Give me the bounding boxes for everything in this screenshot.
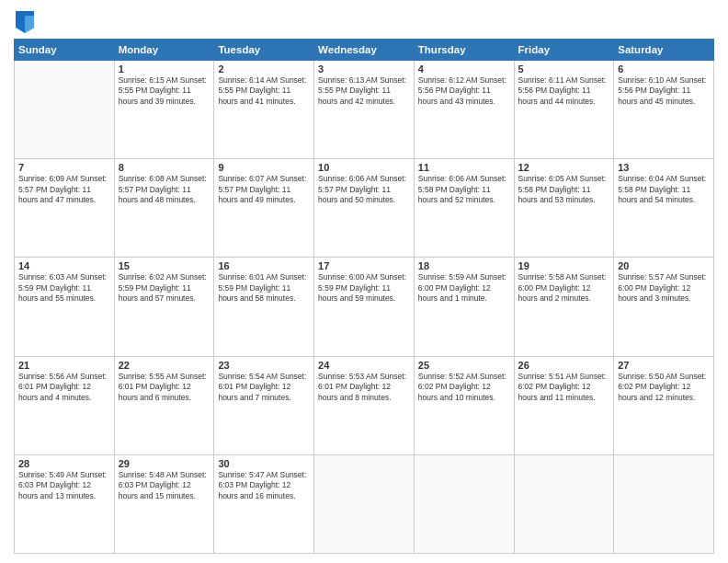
day-info: Sunrise: 5:58 AM Sunset: 6:00 PM Dayligh…: [518, 272, 610, 304]
calendar-cell: 1Sunrise: 6:15 AM Sunset: 5:55 PM Daylig…: [114, 61, 214, 159]
calendar-cell: 24Sunrise: 5:53 AM Sunset: 6:01 PM Dayli…: [314, 356, 415, 454]
day-info: Sunrise: 5:56 AM Sunset: 6:01 PM Dayligh…: [18, 372, 110, 403]
day-number: 29: [119, 458, 210, 469]
calendar-cell: 25Sunrise: 5:52 AM Sunset: 6:02 PM Dayli…: [414, 356, 514, 454]
header: [14, 9, 714, 33]
calendar-day-header: Saturday: [614, 40, 714, 61]
calendar-cell: 7Sunrise: 6:09 AM Sunset: 5:57 PM Daylig…: [15, 159, 115, 258]
day-number: 16: [218, 260, 310, 271]
day-number: 3: [318, 63, 410, 75]
calendar-cell: 13Sunrise: 6:04 AM Sunset: 5:58 PM Dayli…: [614, 159, 714, 258]
day-number: 15: [119, 260, 210, 271]
calendar-week-row: 28Sunrise: 5:49 AM Sunset: 6:03 PM Dayli…: [15, 454, 714, 553]
day-info: Sunrise: 5:47 AM Sunset: 6:03 PM Dayligh…: [218, 470, 310, 501]
day-info: Sunrise: 5:49 AM Sunset: 6:03 PM Dayligh…: [18, 470, 110, 501]
calendar-week-row: 7Sunrise: 6:09 AM Sunset: 5:57 PM Daylig…: [15, 159, 714, 258]
calendar-cell: 20Sunrise: 5:57 AM Sunset: 6:00 PM Dayli…: [614, 258, 714, 356]
calendar-day-header: Sunday: [15, 40, 115, 61]
calendar-cell: 12Sunrise: 6:05 AM Sunset: 5:58 PM Dayli…: [514, 159, 614, 258]
calendar-cell: [15, 61, 115, 159]
logo: [14, 13, 34, 33]
page: SundayMondayTuesdayWednesdayThursdayFrid…: [0, 0, 728, 563]
day-info: Sunrise: 6:00 AM Sunset: 5:59 PM Dayligh…: [318, 272, 410, 304]
day-number: 8: [119, 162, 210, 173]
day-number: 7: [18, 162, 110, 173]
day-info: Sunrise: 6:11 AM Sunset: 5:56 PM Dayligh…: [518, 75, 610, 107]
day-number: 18: [418, 260, 510, 271]
calendar-cell: 5Sunrise: 6:11 AM Sunset: 5:56 PM Daylig…: [514, 61, 614, 159]
day-number: 1: [119, 63, 210, 75]
day-number: 9: [218, 162, 310, 173]
day-number: 25: [418, 360, 510, 371]
calendar-cell: 17Sunrise: 6:00 AM Sunset: 5:59 PM Dayli…: [314, 258, 415, 356]
calendar-cell: 27Sunrise: 5:50 AM Sunset: 6:02 PM Dayli…: [614, 356, 714, 454]
calendar-cell: 18Sunrise: 5:59 AM Sunset: 6:00 PM Dayli…: [414, 258, 514, 356]
day-number: 27: [618, 360, 710, 371]
day-number: 2: [218, 63, 310, 75]
day-info: Sunrise: 6:06 AM Sunset: 5:57 PM Dayligh…: [318, 174, 410, 205]
calendar-cell: 22Sunrise: 5:55 AM Sunset: 6:01 PM Dayli…: [114, 356, 214, 454]
day-number: 5: [518, 63, 610, 75]
calendar-cell: 11Sunrise: 6:06 AM Sunset: 5:58 PM Dayli…: [414, 159, 514, 258]
day-number: 23: [218, 360, 310, 371]
calendar-cell: [314, 454, 415, 553]
calendar-cell: 16Sunrise: 6:01 AM Sunset: 5:59 PM Dayli…: [214, 258, 314, 356]
day-info: Sunrise: 5:48 AM Sunset: 6:03 PM Dayligh…: [119, 470, 210, 501]
calendar-week-row: 21Sunrise: 5:56 AM Sunset: 6:01 PM Dayli…: [15, 356, 714, 454]
svg-marker-1: [25, 16, 34, 33]
day-number: 21: [18, 360, 110, 371]
calendar-day-header: Wednesday: [314, 40, 415, 61]
day-info: Sunrise: 5:55 AM Sunset: 6:01 PM Dayligh…: [119, 372, 210, 403]
calendar-cell: 26Sunrise: 5:51 AM Sunset: 6:02 PM Dayli…: [514, 356, 614, 454]
calendar-cell: 10Sunrise: 6:06 AM Sunset: 5:57 PM Dayli…: [314, 159, 415, 258]
day-info: Sunrise: 5:59 AM Sunset: 6:00 PM Dayligh…: [418, 272, 510, 304]
day-info: Sunrise: 5:51 AM Sunset: 6:02 PM Dayligh…: [518, 372, 610, 403]
day-number: 22: [119, 360, 210, 371]
day-number: 19: [518, 260, 610, 271]
day-info: Sunrise: 5:57 AM Sunset: 6:00 PM Dayligh…: [618, 272, 710, 304]
calendar-cell: [414, 454, 514, 553]
day-info: Sunrise: 5:53 AM Sunset: 6:01 PM Dayligh…: [318, 372, 410, 403]
calendar-cell: 3Sunrise: 6:13 AM Sunset: 5:55 PM Daylig…: [314, 61, 415, 159]
day-info: Sunrise: 6:06 AM Sunset: 5:58 PM Dayligh…: [418, 174, 510, 205]
day-number: 26: [518, 360, 610, 371]
day-info: Sunrise: 5:54 AM Sunset: 6:01 PM Dayligh…: [218, 372, 310, 403]
day-number: 11: [418, 162, 510, 173]
calendar-cell: 29Sunrise: 5:48 AM Sunset: 6:03 PM Dayli…: [114, 454, 214, 553]
day-info: Sunrise: 6:08 AM Sunset: 5:57 PM Dayligh…: [119, 174, 210, 205]
day-info: Sunrise: 6:12 AM Sunset: 5:56 PM Dayligh…: [418, 75, 510, 107]
day-info: Sunrise: 6:03 AM Sunset: 5:59 PM Dayligh…: [18, 272, 110, 304]
day-number: 12: [518, 162, 610, 173]
logo-icon: [16, 11, 34, 33]
day-info: Sunrise: 6:01 AM Sunset: 5:59 PM Dayligh…: [218, 272, 310, 304]
calendar-cell: [514, 454, 614, 553]
day-info: Sunrise: 6:02 AM Sunset: 5:59 PM Dayligh…: [119, 272, 210, 304]
calendar-cell: 9Sunrise: 6:07 AM Sunset: 5:57 PM Daylig…: [214, 159, 314, 258]
day-info: Sunrise: 6:15 AM Sunset: 5:55 PM Dayligh…: [119, 75, 210, 107]
calendar-cell: 4Sunrise: 6:12 AM Sunset: 5:56 PM Daylig…: [414, 61, 514, 159]
day-number: 30: [218, 458, 310, 469]
calendar-cell: 21Sunrise: 5:56 AM Sunset: 6:01 PM Dayli…: [15, 356, 115, 454]
calendar-cell: 23Sunrise: 5:54 AM Sunset: 6:01 PM Dayli…: [214, 356, 314, 454]
day-info: Sunrise: 6:13 AM Sunset: 5:55 PM Dayligh…: [318, 75, 410, 107]
day-number: 17: [318, 260, 410, 271]
calendar-week-row: 14Sunrise: 6:03 AM Sunset: 5:59 PM Dayli…: [15, 258, 714, 356]
calendar-day-header: Monday: [114, 40, 214, 61]
day-info: Sunrise: 6:09 AM Sunset: 5:57 PM Dayligh…: [18, 174, 110, 205]
day-number: 14: [18, 260, 110, 271]
day-number: 28: [18, 458, 110, 469]
day-info: Sunrise: 5:52 AM Sunset: 6:02 PM Dayligh…: [418, 372, 510, 403]
day-info: Sunrise: 6:07 AM Sunset: 5:57 PM Dayligh…: [218, 174, 310, 205]
calendar-cell: 28Sunrise: 5:49 AM Sunset: 6:03 PM Dayli…: [15, 454, 115, 553]
calendar-header-row: SundayMondayTuesdayWednesdayThursdayFrid…: [15, 40, 714, 61]
day-info: Sunrise: 6:04 AM Sunset: 5:58 PM Dayligh…: [618, 174, 710, 205]
calendar-day-header: Tuesday: [214, 40, 314, 61]
day-number: 4: [418, 63, 510, 75]
calendar-cell: 8Sunrise: 6:08 AM Sunset: 5:57 PM Daylig…: [114, 159, 214, 258]
day-info: Sunrise: 6:10 AM Sunset: 5:56 PM Dayligh…: [618, 75, 710, 107]
day-info: Sunrise: 6:05 AM Sunset: 5:58 PM Dayligh…: [518, 174, 610, 205]
day-info: Sunrise: 6:14 AM Sunset: 5:55 PM Dayligh…: [218, 75, 310, 107]
calendar-cell: 30Sunrise: 5:47 AM Sunset: 6:03 PM Dayli…: [214, 454, 314, 553]
day-info: Sunrise: 5:50 AM Sunset: 6:02 PM Dayligh…: [618, 372, 710, 403]
day-number: 6: [618, 63, 710, 75]
